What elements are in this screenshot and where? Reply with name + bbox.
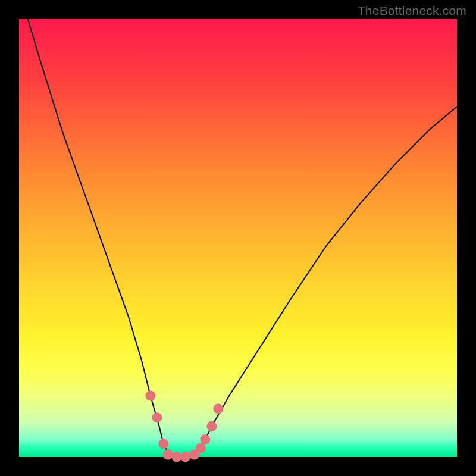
highlight-point: [152, 412, 162, 422]
highlight-point: [206, 421, 217, 431]
curve-path: [28, 19, 457, 457]
plot-area: [19, 19, 457, 457]
highlight-point: [180, 452, 190, 462]
watermark-text: TheBottleneck.com: [358, 4, 466, 18]
highlight-point: [145, 390, 155, 400]
highlight-markers: [145, 390, 223, 462]
highlight-point: [163, 450, 173, 460]
chart-frame: TheBottleneck.com: [0, 0, 476, 476]
highlight-point: [213, 404, 223, 414]
highlight-point: [200, 434, 210, 444]
highlight-point: [158, 439, 168, 449]
chart-svg: [19, 19, 457, 457]
curve-series: [28, 19, 457, 457]
highlight-point: [196, 443, 206, 453]
highlight-point: [171, 452, 181, 462]
